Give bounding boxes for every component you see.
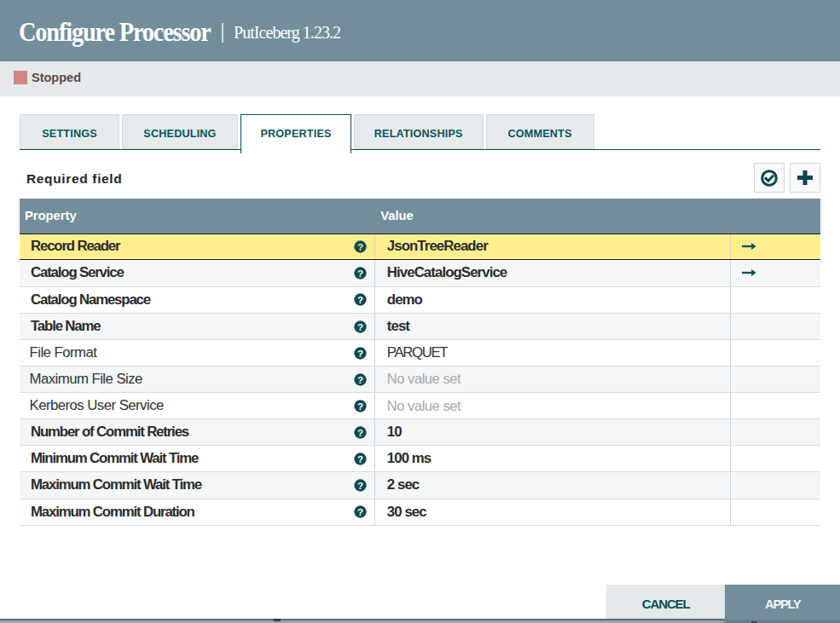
svg-text:?: ? bbox=[357, 400, 363, 411]
svg-text:?: ? bbox=[357, 268, 363, 279]
svg-text:?: ? bbox=[357, 320, 363, 332]
svg-text:?: ? bbox=[357, 506, 363, 517]
svg-text:?: ? bbox=[357, 480, 363, 491]
svg-text:?: ? bbox=[357, 240, 363, 251]
svg-text:?: ? bbox=[357, 453, 363, 464]
svg-text:?: ? bbox=[357, 294, 363, 305]
svg-text:?: ? bbox=[357, 373, 363, 384]
svg-text:?: ? bbox=[357, 427, 363, 438]
svg-text:?: ? bbox=[357, 347, 363, 358]
